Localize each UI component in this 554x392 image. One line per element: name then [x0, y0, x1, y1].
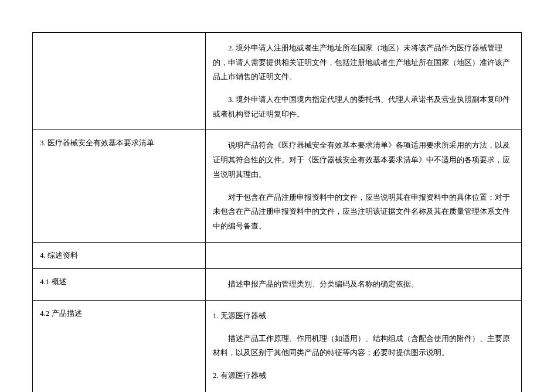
row-5-para-2: 描述产品工作原理、作用机理（如适用）、结构组成（含配合使用的附件）、主要原材料，…: [213, 332, 514, 360]
row-1-para-1: 2. 境外申请人注册地或者生产地址所在国家（地区）未将该产品作为医疗器械管理的，…: [213, 41, 514, 84]
table-row: 3. 医疗器械安全有效基本要求清单 说明产品符合《医疗器械安全有效基本要求清单》…: [33, 130, 522, 242]
requirements-table: 2. 境外申请人注册地或者生产地址所在国家（地区）未将该产品作为医疗器械管理的，…: [32, 32, 522, 392]
row-4-right: 描述申报产品的管理类别、分类编码及名称的确定依据。: [206, 269, 522, 301]
table-row: 4.2 产品描述 1. 无源医疗器械 描述产品工作原理、作用机理（如适用）、结构…: [33, 300, 522, 392]
row-5-para-3: 2. 有源医疗器械: [213, 369, 514, 383]
row-5-para-1: 1. 无源医疗器械: [213, 309, 514, 323]
row-5-left: 4.2 产品描述: [33, 300, 206, 392]
table-row: 2. 境外申请人注册地或者生产地址所在国家（地区）未将该产品作为医疗器械管理的，…: [33, 33, 522, 130]
row-1-para-2: 3. 境外申请人在中国境内指定代理人的委托书、代理人承诺书及营业执照副本复印件或…: [213, 93, 514, 121]
row-1-left: [33, 33, 206, 130]
row-2-para-2: 对于包含在产品注册申报资料中的文件，应当说明其在申报资料中的具体位置；对于未包含…: [213, 190, 514, 234]
table-row: 4. 综述资料: [33, 242, 522, 269]
row-4-para-1: 描述申报产品的管理类别、分类编码及名称的确定依据。: [213, 277, 514, 292]
row-5-right: 1. 无源医疗器械 描述产品工作原理、作用机理（如适用）、结构组成（含配合使用的…: [206, 300, 522, 392]
row-2-para-1: 说明产品符合《医疗器械安全有效基本要求清单》各项适用要求所采用的方法，以及证明其…: [213, 138, 514, 182]
row-2-right: 说明产品符合《医疗器械安全有效基本要求清单》各项适用要求所采用的方法，以及证明其…: [206, 130, 522, 242]
row-2-left: 3. 医疗器械安全有效基本要求清单: [33, 130, 206, 242]
row-4-left: 4.1 概述: [33, 269, 206, 301]
table-row: 4.1 概述 描述申报产品的管理类别、分类编码及名称的确定依据。: [33, 269, 522, 301]
row-3-left: 4. 综述资料: [33, 242, 206, 269]
row-1-right: 2. 境外申请人注册地或者生产地址所在国家（地区）未将该产品作为医疗器械管理的，…: [206, 33, 522, 130]
row-3-right: [206, 242, 522, 269]
